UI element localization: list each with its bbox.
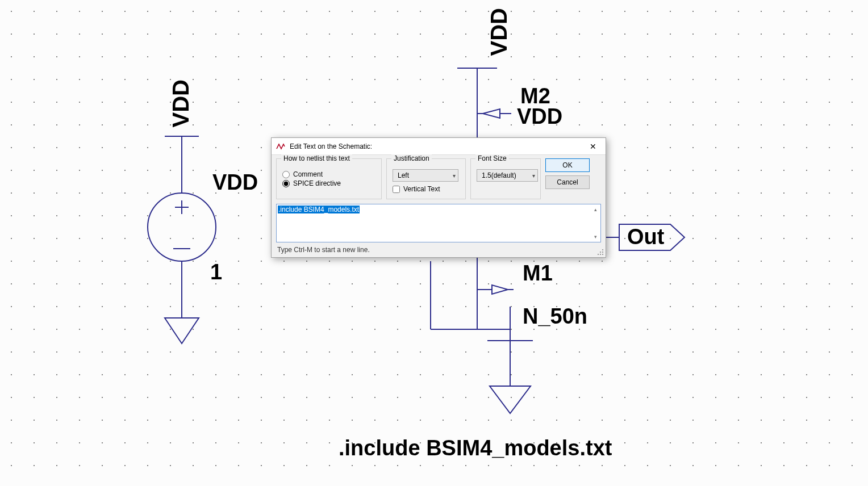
chevron-down-icon: ▾ bbox=[532, 173, 535, 179]
radio-spice-label: SPICE directive bbox=[293, 179, 341, 187]
edit-text-dialog: Edit Text on the Schematic: ✕ How to net… bbox=[271, 137, 606, 258]
directive-textarea[interactable]: .include BSIM4_models.txt ▴ ▾ bbox=[276, 204, 601, 242]
radio-comment-label: Comment bbox=[293, 170, 323, 178]
vsource-name[interactable]: VDD bbox=[212, 170, 258, 195]
net-label-vdd-top[interactable]: VDD bbox=[486, 8, 512, 56]
group-netlist-legend: How to netlist this text bbox=[281, 154, 352, 162]
ok-button[interactable]: OK bbox=[545, 158, 590, 172]
group-justification-legend: Justification bbox=[391, 154, 432, 162]
vertical-text-checkbox[interactable]: Vertical Text bbox=[393, 185, 460, 193]
m1-model[interactable]: N_50n bbox=[523, 304, 587, 329]
svg-rect-27 bbox=[598, 254, 599, 255]
cancel-button[interactable]: Cancel bbox=[545, 175, 590, 189]
vertical-text-input[interactable] bbox=[393, 186, 400, 193]
fontsize-select[interactable]: 1.5(default) ▾ bbox=[477, 169, 538, 182]
close-button[interactable]: ✕ bbox=[581, 138, 606, 155]
dialog-titlebar[interactable]: Edit Text on the Schematic: ✕ bbox=[272, 138, 606, 155]
app-icon bbox=[276, 142, 285, 151]
out-label[interactable]: Out bbox=[627, 225, 664, 249]
svg-rect-25 bbox=[600, 252, 601, 253]
svg-rect-24 bbox=[602, 249, 603, 250]
vsource-value[interactable]: 1 bbox=[210, 260, 222, 284]
spice-directive-text[interactable]: .include BSIM4_models.txt bbox=[339, 436, 612, 460]
group-justification: Justification Left ▾ Vertical Text bbox=[386, 158, 466, 199]
scroll-up-icon[interactable]: ▴ bbox=[591, 206, 599, 213]
svg-rect-29 bbox=[602, 254, 603, 255]
svg-rect-26 bbox=[602, 252, 603, 253]
group-fontsize: Font Size 1.5(default) ▾ bbox=[470, 158, 541, 199]
m1-name[interactable]: M1 bbox=[523, 261, 553, 286]
directive-text-selected: .include BSIM4_models.txt bbox=[278, 206, 360, 213]
dialog-title: Edit Text on the Schematic: bbox=[290, 143, 581, 150]
m2-body[interactable]: VDD bbox=[517, 104, 562, 129]
group-netlist: How to netlist this text Comment SPICE d… bbox=[276, 158, 382, 199]
radio-comment[interactable]: Comment bbox=[282, 170, 375, 178]
fontsize-value: 1.5(default) bbox=[482, 171, 516, 179]
scroll-down-icon[interactable]: ▾ bbox=[591, 233, 599, 241]
vertical-text-label: Vertical Text bbox=[403, 185, 440, 193]
resize-grip-icon[interactable] bbox=[596, 248, 604, 256]
justification-value: Left bbox=[398, 171, 409, 179]
net-label-vdd-left[interactable]: VDD bbox=[168, 79, 194, 127]
svg-rect-28 bbox=[600, 254, 601, 255]
chevron-down-icon: ▾ bbox=[453, 173, 456, 179]
group-fontsize-legend: Font Size bbox=[475, 154, 509, 162]
radio-comment-input[interactable] bbox=[282, 171, 290, 178]
radio-spice[interactable]: SPICE directive bbox=[282, 179, 375, 187]
justification-select[interactable]: Left ▾ bbox=[393, 169, 458, 182]
radio-spice-input[interactable] bbox=[282, 180, 290, 187]
hint-text: Type Ctrl-M to start a new line. bbox=[276, 242, 601, 255]
